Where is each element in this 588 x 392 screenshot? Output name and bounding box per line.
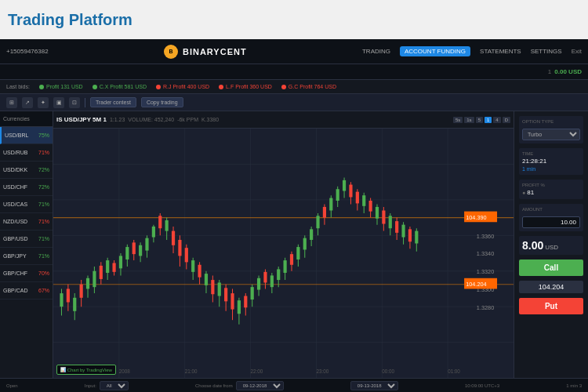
svg-rect-90 <box>303 238 307 250</box>
svg-rect-92 <box>310 229 313 240</box>
currency-item-gbpusd[interactable]: GBP/USD 71% <box>0 230 53 248</box>
currency-item-gbpjpy[interactable]: GBP/JPY 71% <box>0 248 53 265</box>
svg-rect-104 <box>349 185 352 198</box>
ticker-item-3: R.J Profit 400 USD <box>156 84 209 89</box>
currency-item-usdbrl[interactable]: USD/BRL 75% <box>0 127 53 144</box>
ticker-profit-4: L.F Profit 360 USD <box>226 84 272 89</box>
time-section: Time 21:28:21 1 min <box>519 148 583 175</box>
chart-toolbar: IS USD/JPY 5M 1 1:1.23 VOLUME: 452,240 -… <box>53 111 514 129</box>
ticker-profit-2: C.X Profit 581 USD <box>100 84 147 89</box>
svg-rect-62 <box>211 280 214 294</box>
nav-account-funding[interactable]: ACCOUNT FUNDING <box>400 46 470 56</box>
svg-rect-108 <box>362 195 365 206</box>
toolbar-separator <box>85 98 85 107</box>
svg-rect-64 <box>218 282 221 296</box>
tool-icon-5[interactable]: ⊡ <box>69 97 80 108</box>
tf-btn-1s[interactable]: 1s <box>464 117 474 123</box>
top-nav: +15059476382 B BINARYCENT TRADING ACCOUN… <box>0 39 588 64</box>
svg-text:1.3360: 1.3360 <box>477 232 494 239</box>
ticker-profit-3: R.J Profit 400 USD <box>163 84 209 89</box>
date-from-status: Choose date from 09-12-2018 <box>195 381 284 390</box>
ticker-label: Last bids: <box>6 84 30 89</box>
date-to-status: 09-13-2018 <box>350 381 398 390</box>
put-button[interactable]: Put <box>519 298 583 314</box>
svg-text:1.3320: 1.3320 <box>477 268 494 275</box>
ticker-item-2: C.X Profit 581 USD <box>93 84 147 89</box>
trader-contest-button[interactable]: Trader contest <box>90 97 136 107</box>
svg-rect-66 <box>224 288 227 301</box>
date-from-select[interactable]: 09-12-2018 <box>236 381 284 390</box>
balance-amount: 0.00 USD <box>554 68 582 75</box>
currency-item-usdchf[interactable]: USD/CHF 72% <box>0 179 53 196</box>
svg-rect-86 <box>290 254 293 265</box>
tf-btn-5[interactable]: 5 <box>476 117 483 123</box>
tf-btn-1m[interactable]: 1 <box>485 117 492 123</box>
date-from-label: Choose date from <box>195 383 233 388</box>
svg-text:104.390: 104.390 <box>466 214 486 221</box>
tf-btn-4[interactable]: 4 <box>493 117 500 123</box>
tool-icon-3[interactable]: ✦ <box>38 97 49 108</box>
input-select[interactable]: All <box>100 381 129 390</box>
amount-input[interactable] <box>522 216 580 228</box>
option-type-select[interactable]: Turbo Classic <box>522 129 580 140</box>
tool-icon-4[interactable]: ▣ <box>53 97 64 108</box>
phone-number: +15059476382 <box>6 48 49 55</box>
exit-button[interactable]: Exit <box>572 48 582 55</box>
amount-label: Amount <box>522 207 580 212</box>
currency-change: 72% <box>38 167 49 172</box>
date-to-select[interactable]: 09-13-2018 <box>350 381 398 390</box>
ticker-dot-4 <box>219 85 223 89</box>
currency-item-usdrub[interactable]: USD/RUB 71% <box>0 144 53 162</box>
tf-btn-5s[interactable]: 5s <box>453 117 463 123</box>
ticker-item-1: Profit 131 USD <box>39 84 83 89</box>
svg-rect-30 <box>106 260 109 273</box>
svg-rect-28 <box>100 266 103 279</box>
svg-rect-56 <box>191 260 194 272</box>
profit-indicator: ● <box>522 190 525 195</box>
chart-change: -6k PPM <box>177 117 198 122</box>
svg-rect-80 <box>270 275 274 287</box>
svg-rect-112 <box>376 207 379 219</box>
svg-rect-120 <box>401 225 405 238</box>
nav-left: +15059476382 <box>6 48 49 55</box>
nav-statements[interactable]: STATEMENTS <box>480 48 521 55</box>
svg-rect-44 <box>152 227 155 238</box>
nav-trading[interactable]: TRADING <box>362 48 390 55</box>
current-price: 104.204 <box>519 281 583 293</box>
svg-rect-98 <box>329 198 332 211</box>
tf-btn-d[interactable]: D <box>503 117 510 123</box>
profit-label: Profit % <box>522 183 580 187</box>
time-unit: 1 min <box>522 166 580 172</box>
balance-label: 1 <box>548 68 551 75</box>
profit-currency: USD <box>545 244 558 251</box>
open-status: Open <box>6 383 18 388</box>
copy-trading-button[interactable]: Copy trading <box>141 97 183 107</box>
svg-rect-110 <box>369 201 372 212</box>
svg-rect-78 <box>263 272 267 283</box>
svg-rect-16 <box>60 293 63 307</box>
currency-change: 70% <box>38 270 49 276</box>
tool-icon-2[interactable]: ↗ <box>22 97 33 108</box>
currency-item-gbpcad[interactable]: GBP/CAD 67% <box>0 282 53 299</box>
svg-rect-72 <box>244 296 247 308</box>
ticker-dot-3 <box>156 85 161 89</box>
svg-rect-26 <box>93 271 96 287</box>
tool-icon-1[interactable]: ⊞ <box>6 97 17 108</box>
currency-item-gbpchf[interactable]: GBP/CHF 70% <box>0 265 53 282</box>
input-status: Input: All <box>85 381 129 390</box>
chart-canvas[interactable]: 1.3380 1.3360 1.3340 1.3320 1.3300 1.328… <box>53 129 514 378</box>
svg-rect-22 <box>80 285 83 298</box>
ticker-profit-1: Profit 131 USD <box>46 84 83 89</box>
call-button[interactable]: Call <box>519 260 583 276</box>
currency-item-nzdusd[interactable]: NZD/USD 71% <box>0 213 53 230</box>
title-bar: Trading Platform <box>0 0 588 39</box>
status-bar: Open Input: All Choose date from 09-12-2… <box>0 378 588 392</box>
currency-name: USD/DKK <box>3 167 27 172</box>
ticker-item-4: L.F Profit 360 USD <box>219 84 272 89</box>
trading-panel: Option type Turbo Classic Time 21:28:21 … <box>514 111 588 378</box>
currency-item-usddkk[interactable]: USD/DKK 72% <box>0 162 53 179</box>
nav-settings[interactable]: SETTINGS <box>531 48 562 55</box>
currency-change: 67% <box>38 288 49 293</box>
profit-display: 8.00 <box>522 239 543 252</box>
currency-item-usdcas[interactable]: USD/CAS 71% <box>0 196 53 213</box>
